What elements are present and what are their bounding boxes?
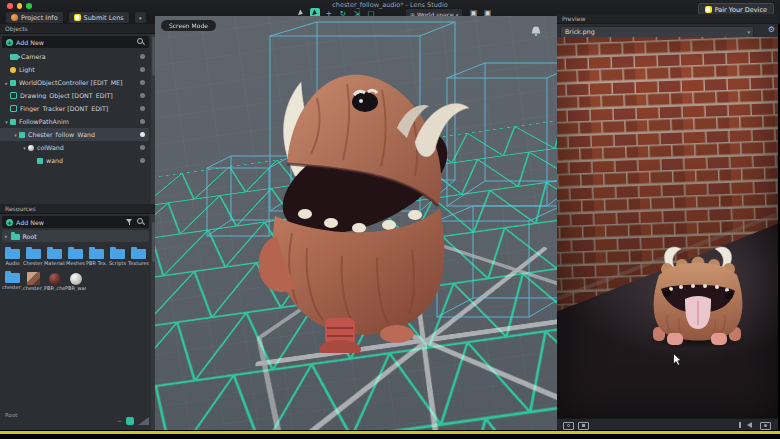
disclosure-arrow[interactable]: ▾ xyxy=(21,145,28,151)
scene-object-icon xyxy=(10,80,16,86)
project-info-button[interactable]: Project Info xyxy=(5,11,64,24)
disclosure-arrow[interactable]: ▸ xyxy=(5,233,8,239)
object-label: Light xyxy=(19,66,135,73)
folder-icon xyxy=(47,249,62,259)
camera-icon xyxy=(10,54,18,60)
mesh-sphere-icon xyxy=(28,145,34,151)
folder-item-scripts[interactable]: Scripts xyxy=(107,246,128,266)
object-row-drawing-object[interactable]: Drawing_Object [DONT_EDIT] xyxy=(0,89,149,102)
disclosure-arrow[interactable]: ▸ xyxy=(3,80,10,86)
folder-icon xyxy=(89,249,104,259)
object-row-wand[interactable]: wand xyxy=(0,154,149,167)
file-item-pbr-chester-material[interactable]: PBR_che... xyxy=(44,270,65,291)
object-row-chester-follow-wand[interactable]: ▾ Chester_follow_Wand xyxy=(0,128,149,141)
visibility-toggle[interactable] xyxy=(140,93,145,98)
visibility-toggle[interactable] xyxy=(140,158,145,163)
plus-icon: + xyxy=(6,219,13,226)
screen-mode-label: Screen Mode xyxy=(169,22,208,29)
folder-label: Textures xyxy=(128,260,149,266)
project-thumbnail-icon xyxy=(11,14,18,21)
screen-mode-button[interactable]: Screen Mode xyxy=(161,20,216,31)
folder-item-materials[interactable]: Materials xyxy=(44,246,65,266)
folder-item-audio[interactable]: Audio xyxy=(2,246,23,266)
folder-label: Chester_... xyxy=(23,260,44,266)
resources-panel-title: Resources xyxy=(0,204,155,214)
object-row-followpathanim[interactable]: ▾ FollowPathAnim xyxy=(0,115,149,128)
notification-bell-icon[interactable] xyxy=(531,26,541,37)
folder-item-textures[interactable]: Textures xyxy=(128,246,149,266)
plus-icon: + xyxy=(6,39,13,46)
object-row-colwand[interactable]: ▾ colWand xyxy=(0,141,149,154)
snapchat-ghost-icon xyxy=(705,6,712,13)
visibility-toggle[interactable] xyxy=(140,67,145,72)
file-label: chester_... xyxy=(2,284,23,290)
zoom-window-button[interactable] xyxy=(26,3,32,9)
folder-icon xyxy=(5,249,20,259)
search-icon[interactable] xyxy=(137,218,145,226)
objects-panel: Objects + Add New Camera Light ▸ Wor xyxy=(0,24,155,204)
chevron-down-icon: ▾ xyxy=(139,15,142,21)
folder-icon xyxy=(110,249,125,259)
preview-viewport[interactable] xyxy=(557,37,778,418)
object-row-light[interactable]: Light xyxy=(0,63,149,76)
object-row-worldobjectcontroller[interactable]: ▸ WorldObjectController [EDIT_ME] xyxy=(0,76,149,89)
submit-lens-button[interactable]: Submit Lens xyxy=(68,11,130,24)
folder-label: PBR Tex... xyxy=(86,260,107,266)
preview-background-dropdown[interactable]: Brick.png ▾ xyxy=(560,26,754,38)
chester-3d-model xyxy=(247,68,472,353)
snapshot-icon[interactable] xyxy=(578,422,589,430)
object-label: wand xyxy=(46,157,135,164)
visibility-toggle[interactable] xyxy=(140,54,145,59)
visibility-toggle[interactable] xyxy=(140,80,145,85)
resources-panel: Resources + Add New ▸ Root Audio Chester… xyxy=(0,204,155,430)
folder-label: Materials xyxy=(44,260,65,266)
video-progress-bar xyxy=(0,431,780,434)
scene-object-icon xyxy=(10,92,17,99)
folder-label: Scripts xyxy=(107,260,128,266)
background-source-label: Brick.png xyxy=(561,28,747,35)
folder-item-meshes[interactable]: Meshes xyxy=(65,246,86,266)
file-item-pbr-wand-material[interactable]: PBR_ward xyxy=(65,270,86,291)
resources-add-new-button[interactable]: + Add New xyxy=(2,216,149,228)
file-item-chester-image[interactable]: chester_... xyxy=(23,270,44,291)
visibility-toggle[interactable] xyxy=(140,132,145,137)
folder-label: Meshes xyxy=(65,260,86,266)
folder-item-chester[interactable]: Chester_... xyxy=(23,246,44,266)
submit-lens-dropdown-button[interactable]: ▾ xyxy=(134,11,147,24)
submit-lens-label: Submit Lens xyxy=(84,14,124,22)
scene-object-icon xyxy=(10,119,16,125)
send-to-device-icon[interactable] xyxy=(760,422,771,430)
object-row-camera[interactable]: Camera xyxy=(0,50,149,63)
objects-add-new-button[interactable]: + Add New xyxy=(2,36,149,48)
folder-item-pbr-textures[interactable]: PBR Tex... xyxy=(86,246,107,266)
window-title: chester_follow_audio* - Lens Studio xyxy=(0,1,780,9)
light-icon xyxy=(10,67,16,73)
preview-settings-gear-icon[interactable]: ⚙ xyxy=(768,24,775,36)
material-sphere-icon xyxy=(70,273,82,285)
resources-root-folder-row[interactable]: ▸ Root xyxy=(2,230,149,242)
file-item-chester-folder[interactable]: chester_... xyxy=(2,270,23,291)
minimize-window-button[interactable] xyxy=(17,3,23,9)
disclosure-arrow[interactable]: ▾ xyxy=(12,132,19,138)
search-icon[interactable] xyxy=(137,38,145,46)
object-row-finger-tracker[interactable]: Finger_Tracker [DONT_EDIT] xyxy=(0,102,149,115)
disclosure-arrow[interactable]: ▾ xyxy=(3,119,10,125)
thumbnail-size-slider[interactable] xyxy=(138,417,149,425)
macos-traffic-lights xyxy=(7,3,32,9)
thumbnail-size-button[interactable] xyxy=(126,417,134,425)
close-window-button[interactable] xyxy=(7,3,13,9)
filter-icon[interactable] xyxy=(126,218,134,226)
audio-icon[interactable] xyxy=(747,422,752,428)
zoom-out-icon[interactable]: − xyxy=(117,417,122,425)
visibility-toggle[interactable] xyxy=(140,106,145,111)
visibility-toggle[interactable] xyxy=(140,145,145,150)
object-label: Finger_Tracker [DONT_EDIT] xyxy=(20,105,135,112)
object-label: FollowPathAnim xyxy=(19,118,135,125)
objects-panel-title: Objects xyxy=(0,24,155,34)
scene-viewport[interactable]: Screen Mode xyxy=(155,16,557,430)
visibility-toggle[interactable] xyxy=(140,119,145,124)
material-sphere-icon xyxy=(49,273,61,285)
image-thumbnail xyxy=(27,272,40,285)
project-info-label: Project Info xyxy=(21,14,58,22)
webcam-preview-icon[interactable] xyxy=(563,422,574,430)
